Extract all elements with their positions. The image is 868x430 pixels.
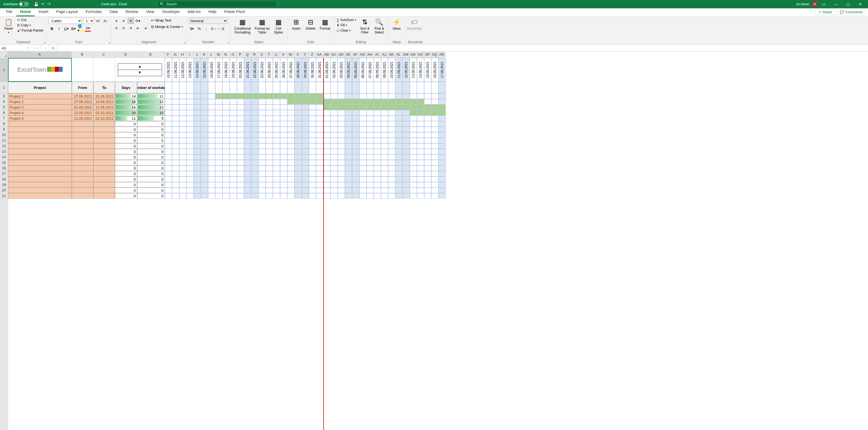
col-header[interactable]: X bbox=[294, 52, 302, 58]
format-as-table-button[interactable]: ▦Format as Table bbox=[254, 18, 270, 35]
date-header[interactable]: 10.08.2021 bbox=[165, 58, 172, 82]
gantt-cell[interactable] bbox=[266, 177, 273, 182]
gantt-header-cell[interactable] bbox=[381, 82, 388, 93]
gantt-cell[interactable] bbox=[230, 116, 237, 121]
gantt-bar-cell[interactable] bbox=[381, 104, 388, 110]
gantt-cell[interactable] bbox=[316, 182, 323, 188]
gantt-cell[interactable] bbox=[208, 193, 215, 198]
date-header[interactable]: 18.08.2021 bbox=[222, 58, 230, 82]
gantt-cell[interactable] bbox=[359, 143, 367, 149]
name-box[interactable]: A1▾ bbox=[0, 45, 30, 51]
col-header[interactable]: AJ bbox=[381, 52, 388, 58]
gantt-cell[interactable] bbox=[194, 127, 201, 132]
workdays-cell[interactable]: 13 bbox=[137, 104, 165, 110]
gantt-cell[interactable] bbox=[165, 171, 172, 177]
gantt-cell[interactable] bbox=[403, 182, 410, 188]
gantt-cell[interactable] bbox=[323, 93, 331, 99]
gantt-cell[interactable] bbox=[294, 132, 302, 138]
from-cell[interactable] bbox=[72, 171, 93, 177]
gantt-cell[interactable] bbox=[215, 177, 222, 182]
from-cell[interactable]: 01.09.2021 bbox=[72, 104, 93, 110]
gantt-header-cell[interactable] bbox=[230, 82, 237, 93]
comma-icon[interactable]: , bbox=[204, 26, 210, 32]
gantt-cell[interactable] bbox=[201, 182, 208, 188]
date-header[interactable]: 09.09.2021 bbox=[381, 58, 388, 82]
to-cell[interactable] bbox=[93, 182, 115, 188]
col-header[interactable]: AP bbox=[424, 52, 431, 58]
gantt-cell[interactable] bbox=[280, 182, 287, 188]
gantt-cell[interactable] bbox=[309, 149, 316, 154]
gantt-cell[interactable] bbox=[381, 177, 388, 182]
gantt-cell[interactable] bbox=[208, 104, 215, 110]
gantt-cell[interactable] bbox=[439, 149, 446, 154]
gantt-header-cell[interactable] bbox=[316, 82, 323, 93]
gantt-cell[interactable] bbox=[165, 127, 172, 132]
gantt-cell[interactable] bbox=[244, 171, 251, 177]
gantt-cell[interactable] bbox=[302, 121, 309, 127]
gantt-bar-cell[interactable] bbox=[237, 93, 244, 99]
to-cell[interactable]: 02.10.2021 bbox=[93, 116, 115, 121]
workdays-cell[interactable]: 0 bbox=[137, 188, 165, 193]
gantt-cell[interactable] bbox=[417, 160, 424, 165]
gantt-cell[interactable] bbox=[251, 149, 258, 154]
to-cell[interactable] bbox=[93, 121, 115, 127]
gantt-cell[interactable] bbox=[417, 177, 424, 182]
gantt-cell[interactable] bbox=[186, 177, 194, 182]
gantt-cell[interactable] bbox=[374, 160, 381, 165]
gantt-cell[interactable] bbox=[179, 104, 186, 110]
gantt-cell[interactable] bbox=[345, 93, 352, 99]
gantt-cell[interactable] bbox=[208, 188, 215, 193]
project-name-cell[interactable] bbox=[8, 138, 72, 143]
gantt-cell[interactable] bbox=[424, 165, 431, 171]
gantt-cell[interactable] bbox=[179, 154, 186, 160]
gantt-cell[interactable] bbox=[374, 154, 381, 160]
gantt-cell[interactable] bbox=[244, 193, 251, 198]
gantt-cell[interactable] bbox=[251, 177, 258, 182]
gantt-cell[interactable] bbox=[244, 188, 251, 193]
gantt-cell[interactable] bbox=[179, 171, 186, 177]
gantt-cell[interactable] bbox=[230, 138, 237, 143]
to-cell[interactable] bbox=[93, 160, 115, 165]
gantt-header-cell[interactable] bbox=[201, 82, 208, 93]
col-header[interactable]: AA bbox=[316, 52, 323, 58]
gantt-cell[interactable] bbox=[403, 121, 410, 127]
gantt-cell[interactable] bbox=[251, 132, 258, 138]
gantt-cell[interactable] bbox=[201, 149, 208, 154]
gantt-cell[interactable] bbox=[374, 193, 381, 198]
gantt-cell[interactable] bbox=[222, 182, 230, 188]
gantt-bar-cell[interactable] bbox=[417, 99, 424, 104]
gantt-cell[interactable] bbox=[251, 104, 258, 110]
gantt-cell[interactable] bbox=[388, 171, 395, 177]
increase-decimal-icon[interactable]: .0→ bbox=[211, 26, 217, 32]
workdays-cell[interactable]: 0 bbox=[137, 143, 165, 149]
gantt-header-cell[interactable] bbox=[280, 82, 287, 93]
gantt-cell[interactable] bbox=[172, 127, 179, 132]
dialog-launcher-icon[interactable]: ↘ bbox=[43, 41, 46, 44]
gantt-cell[interactable] bbox=[323, 171, 331, 177]
gantt-cell[interactable] bbox=[280, 99, 287, 104]
gantt-cell[interactable] bbox=[172, 132, 179, 138]
spin-control[interactable]: ▲▼ bbox=[118, 63, 162, 76]
gantt-cell[interactable] bbox=[403, 138, 410, 143]
gantt-cell[interactable] bbox=[338, 121, 345, 127]
gantt-cell[interactable] bbox=[230, 143, 237, 149]
gantt-cell[interactable] bbox=[302, 177, 309, 182]
gantt-cell[interactable] bbox=[417, 154, 424, 160]
to-cell[interactable] bbox=[93, 154, 115, 160]
gantt-cell[interactable] bbox=[230, 188, 237, 193]
project-name-cell[interactable] bbox=[8, 121, 72, 127]
gantt-cell[interactable] bbox=[230, 154, 237, 160]
gantt-cell[interactable] bbox=[367, 165, 374, 171]
gantt-cell[interactable] bbox=[194, 132, 201, 138]
gantt-cell[interactable] bbox=[230, 165, 237, 171]
project-name-cell[interactable] bbox=[8, 182, 72, 188]
gantt-cell[interactable] bbox=[273, 149, 280, 154]
gantt-cell[interactable] bbox=[431, 171, 439, 177]
gantt-cell[interactable] bbox=[316, 177, 323, 182]
gantt-cell[interactable] bbox=[258, 104, 266, 110]
gantt-cell[interactable] bbox=[367, 182, 374, 188]
gantt-cell[interactable] bbox=[222, 160, 230, 165]
gantt-cell[interactable] bbox=[251, 143, 258, 149]
spin-down[interactable]: ▼ bbox=[118, 70, 162, 76]
gantt-header-cell[interactable] bbox=[345, 82, 352, 93]
